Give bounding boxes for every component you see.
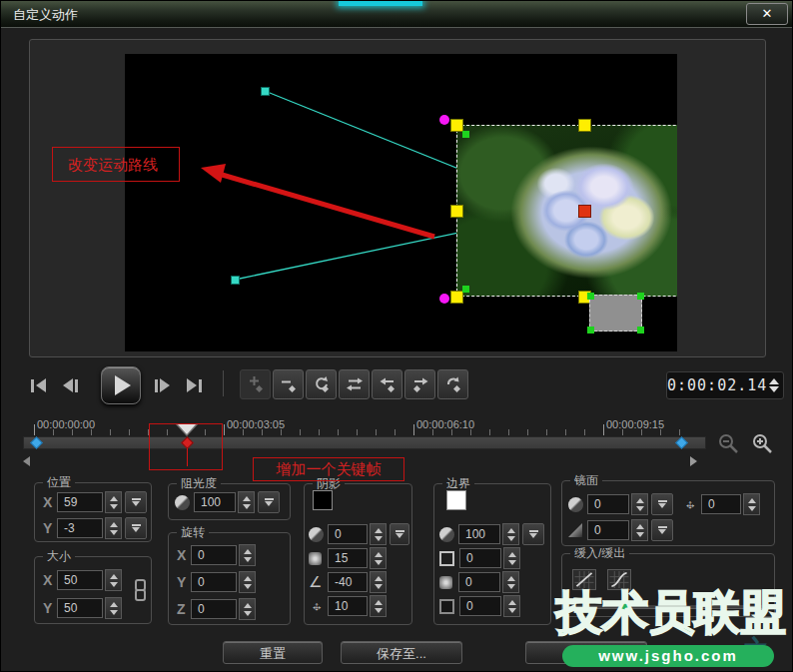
go-to-start-button[interactable]	[31, 374, 46, 396]
spin-down-icon[interactable]	[110, 582, 118, 587]
spin-up-icon[interactable]	[110, 602, 118, 607]
clip-image[interactable]	[456, 125, 677, 297]
close-button[interactable]: ✕	[746, 3, 788, 25]
spin-up-icon[interactable]	[110, 574, 118, 579]
play-button[interactable]	[101, 366, 141, 404]
save-as-button[interactable]: 保存至...	[341, 641, 462, 664]
resize-handle-n[interactable]	[578, 119, 591, 132]
rotation-x-input[interactable]: 0	[191, 545, 237, 565]
spin-down-icon[interactable]	[110, 610, 118, 615]
size-y-spinner[interactable]	[105, 597, 122, 619]
spin-down-icon[interactable]	[375, 608, 383, 613]
spin-down-icon[interactable]	[769, 386, 779, 392]
spin-up-icon[interactable]	[243, 496, 251, 501]
path-node-handle[interactable]	[261, 87, 270, 96]
shadow-angle-spinner[interactable]	[370, 571, 387, 593]
mirror-gradient-keyframe-button[interactable]	[651, 519, 673, 541]
opacity-input[interactable]: 100	[194, 492, 236, 512]
spin-up-icon[interactable]	[636, 524, 644, 529]
rotation-z-spinner[interactable]	[239, 598, 256, 620]
spin-up-icon[interactable]	[769, 378, 779, 384]
mirror-offset-input[interactable]: 0	[701, 494, 741, 514]
spin-up-icon[interactable]	[375, 576, 383, 581]
rotation-handle-bottom[interactable]	[439, 294, 449, 304]
shadow-distance-spinner[interactable]	[370, 595, 387, 617]
spin-down-icon[interactable]	[375, 584, 383, 589]
spin-up-icon[interactable]	[375, 528, 383, 533]
spin-down-icon[interactable]	[508, 560, 516, 565]
next-frame-button[interactable]	[155, 374, 170, 396]
video-canvas[interactable]	[125, 54, 677, 351]
shift-keyframe-left-button[interactable]	[372, 369, 402, 399]
border-opacity-input[interactable]: 100	[458, 524, 500, 544]
spin-down-icon[interactable]	[375, 560, 383, 565]
spin-up-icon[interactable]	[748, 498, 756, 503]
shadow-soft-spinner[interactable]	[370, 547, 387, 569]
border-soft-input[interactable]: 0	[458, 572, 500, 592]
mirror-keyframe-button[interactable]	[651, 493, 673, 515]
rotation-y-spinner[interactable]	[239, 571, 256, 593]
spin-up-icon[interactable]	[507, 528, 515, 533]
spin-down-icon[interactable]	[507, 584, 515, 589]
shadow-keyframe-button[interactable]	[390, 523, 409, 545]
spin-down-icon[interactable]	[508, 608, 516, 613]
reverse-keyframes-button[interactable]	[306, 369, 337, 399]
spin-up-icon[interactable]	[244, 603, 252, 608]
spin-down-icon[interactable]	[110, 530, 118, 535]
spin-up-icon[interactable]	[244, 576, 252, 581]
size-y-input[interactable]: 50	[57, 598, 103, 618]
swap-keyframes-button[interactable]	[339, 369, 370, 399]
spin-up-icon[interactable]	[375, 552, 383, 557]
proxy-handle-sw[interactable]	[587, 327, 594, 334]
timecode-spinner[interactable]	[767, 378, 783, 392]
shadow-angle-input[interactable]: -40	[328, 572, 368, 592]
shadow-color-swatch[interactable]	[313, 490, 333, 510]
reset-button[interactable]: 重置	[223, 641, 323, 664]
position-y-input[interactable]: -3	[57, 518, 103, 538]
spin-down-icon[interactable]	[507, 536, 515, 541]
border-keyframe-button[interactable]	[522, 523, 544, 545]
zoom-out-icon[interactable]	[718, 433, 740, 455]
timeline-track[interactable]	[23, 436, 706, 449]
spin-up-icon[interactable]	[110, 522, 118, 527]
opacity-keyframe-button[interactable]	[258, 491, 280, 513]
distort-handle-sw[interactable]	[462, 286, 469, 293]
rotation-x-spinner[interactable]	[239, 544, 256, 566]
mirror-offset-spinner[interactable]	[743, 493, 760, 515]
proxy-handle-se[interactable]	[637, 327, 644, 334]
size-x-spinner[interactable]	[105, 569, 122, 591]
shadow-opacity-spinner[interactable]	[370, 523, 387, 545]
border-width-input[interactable]: 0	[459, 548, 501, 568]
spin-up-icon[interactable]	[507, 576, 515, 581]
zoom-in-icon[interactable]	[752, 433, 774, 455]
border-soft-spinner[interactable]	[502, 571, 519, 593]
mirror-opacity-spinner[interactable]	[631, 493, 648, 515]
spin-up-icon[interactable]	[508, 600, 516, 605]
shadow-soft-input[interactable]: 15	[328, 548, 368, 568]
shift-keyframe-right-button[interactable]	[404, 369, 435, 399]
spin-down-icon[interactable]	[375, 536, 383, 541]
spin-up-icon[interactable]	[375, 600, 383, 605]
proxy-handle-ne[interactable]	[637, 293, 644, 300]
spin-up-icon[interactable]	[636, 498, 644, 503]
position-x-keyframe-button[interactable]	[125, 491, 147, 513]
spin-down-icon[interactable]	[636, 506, 644, 511]
mirror-opacity-input[interactable]: 0	[587, 494, 629, 514]
previous-frame-button[interactable]	[63, 374, 78, 396]
rotation-handle-top[interactable]	[439, 115, 449, 125]
proxy-handle-nw[interactable]	[587, 293, 594, 300]
spin-down-icon[interactable]	[748, 506, 756, 511]
shadow-proxy-rect[interactable]	[589, 295, 642, 332]
spin-up-icon[interactable]	[110, 496, 118, 501]
spin-up-icon[interactable]	[244, 549, 252, 554]
spin-down-icon[interactable]	[243, 504, 251, 509]
go-to-end-button[interactable]	[187, 374, 202, 396]
border-inner-input[interactable]: 0	[459, 596, 501, 616]
link-aspect-icon[interactable]	[133, 579, 147, 601]
rotation-y-input[interactable]: 0	[191, 572, 237, 592]
spin-down-icon[interactable]	[244, 584, 252, 589]
position-x-spinner[interactable]	[105, 491, 122, 513]
shadow-opacity-input[interactable]: 0	[328, 524, 368, 544]
border-color-swatch[interactable]	[446, 490, 466, 510]
position-y-keyframe-button[interactable]	[125, 517, 147, 539]
